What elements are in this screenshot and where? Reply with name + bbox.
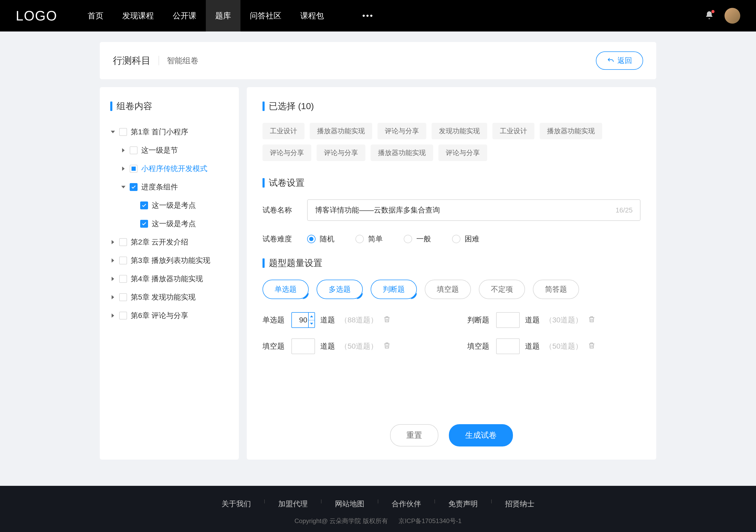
qty-label: 单选题 bbox=[262, 315, 286, 325]
selected-tag[interactable]: 工业设计 bbox=[493, 123, 534, 139]
caret-right-icon[interactable] bbox=[121, 166, 126, 171]
caret-right-icon[interactable] bbox=[121, 148, 126, 153]
tree-label: 第6章 评论与分享 bbox=[131, 311, 188, 320]
type-pill[interactable]: 简答题 bbox=[533, 280, 579, 299]
type-pill[interactable]: 不定项 bbox=[479, 280, 525, 299]
difficulty-option[interactable]: 一般 bbox=[404, 234, 431, 244]
selected-tag[interactable]: 评论与分享 bbox=[316, 144, 365, 161]
logo[interactable]: LOGO bbox=[16, 8, 57, 24]
nav-item[interactable]: 首页 bbox=[78, 0, 113, 32]
qty-input[interactable] bbox=[496, 339, 520, 354]
selected-tag[interactable]: 评论与分享 bbox=[377, 123, 426, 139]
icp-text: 京ICP备17051340号-1 bbox=[398, 517, 462, 525]
qty-input[interactable] bbox=[291, 339, 315, 354]
tree-node[interactable]: 这一级是考点 bbox=[131, 196, 229, 215]
tree-node[interactable]: 第3章 播放列表功能实现 bbox=[110, 251, 229, 270]
sidebar: 组卷内容 第1章 首门小程序这一级是节小程序传统开发模式进度条组件这一级是考点这… bbox=[100, 87, 239, 460]
delete-icon[interactable] bbox=[588, 315, 596, 325]
selected-tag[interactable]: 评论与分享 bbox=[438, 144, 487, 161]
qty-input[interactable]: 90 bbox=[291, 312, 315, 328]
nav-item[interactable]: 发现课程 bbox=[113, 0, 163, 32]
selected-tag[interactable]: 播放器功能实现 bbox=[371, 144, 433, 161]
tree-node[interactable]: 第1章 首门小程序 bbox=[110, 123, 229, 141]
selected-tag[interactable]: 发现功能实现 bbox=[432, 123, 487, 139]
selected-tag[interactable]: 播放器功能实现 bbox=[310, 123, 372, 139]
selected-tag[interactable]: 工业设计 bbox=[262, 123, 305, 139]
footer-link[interactable]: 关于我们 bbox=[208, 499, 264, 509]
generate-button[interactable]: 生成试卷 bbox=[449, 424, 513, 446]
checkbox[interactable] bbox=[119, 275, 127, 283]
footer-link[interactable]: 合作伙伴 bbox=[379, 499, 434, 509]
tree-node[interactable]: 进度条组件 bbox=[121, 178, 229, 196]
checkbox[interactable] bbox=[119, 128, 127, 136]
nav-item[interactable]: 公开课 bbox=[163, 0, 206, 32]
caret-right-icon[interactable] bbox=[110, 294, 116, 300]
tree-node[interactable]: 小程序传统开发模式 bbox=[121, 160, 229, 178]
qty-unit: 道题 bbox=[525, 341, 540, 351]
qty-label: 填空题 bbox=[467, 341, 491, 351]
nav-item[interactable]: 问答社区 bbox=[240, 0, 291, 32]
footer-link[interactable]: 免责声明 bbox=[435, 499, 491, 509]
caret-right-icon[interactable] bbox=[110, 313, 116, 318]
tree-children: 这一级是节小程序传统开发模式进度条组件这一级是考点这一级是考点 bbox=[110, 141, 229, 233]
type-pill[interactable]: 单选题 bbox=[262, 280, 309, 299]
caret-down-icon[interactable] bbox=[110, 129, 116, 135]
tree-node[interactable]: 第6章 评论与分享 bbox=[110, 306, 229, 325]
selected-tag[interactable]: 评论与分享 bbox=[262, 144, 311, 161]
type-pill[interactable]: 判断题 bbox=[371, 280, 417, 299]
avatar[interactable] bbox=[724, 8, 740, 24]
type-pill[interactable]: 填空题 bbox=[425, 280, 471, 299]
back-button[interactable]: 返回 bbox=[596, 51, 643, 70]
footer-copyright: Copyright@ 云朵商学院 版权所有 京ICP备17051340号-1 bbox=[0, 517, 756, 525]
selected-tag[interactable]: 播放器功能实现 bbox=[540, 123, 602, 139]
delete-icon[interactable] bbox=[383, 342, 391, 351]
nav-item[interactable]: 题库 bbox=[206, 0, 240, 32]
nav-item[interactable]: 课程包 bbox=[291, 0, 333, 32]
checkbox[interactable] bbox=[119, 312, 127, 319]
tree-node[interactable]: 第4章 播放器功能实现 bbox=[110, 270, 229, 288]
tree-node[interactable]: 第5章 发现功能实现 bbox=[110, 288, 229, 306]
checkbox[interactable] bbox=[130, 183, 138, 191]
checkbox[interactable] bbox=[119, 293, 127, 301]
undo-icon bbox=[607, 57, 614, 64]
reset-button[interactable]: 重置 bbox=[390, 424, 438, 446]
caret-down-icon[interactable] bbox=[121, 185, 126, 190]
checkbox[interactable] bbox=[119, 238, 127, 246]
paper-settings-title-text: 试卷设置 bbox=[269, 177, 305, 189]
tree-label: 小程序传统开发模式 bbox=[141, 164, 207, 174]
difficulty-option[interactable]: 简单 bbox=[355, 234, 383, 244]
difficulty-option[interactable]: 随机 bbox=[307, 234, 335, 244]
radio-icon bbox=[404, 235, 412, 243]
delete-icon[interactable] bbox=[588, 342, 596, 351]
nav-more-icon[interactable]: ••• bbox=[354, 11, 382, 20]
paper-name-label: 试卷名称 bbox=[262, 205, 297, 215]
tree-node[interactable]: 这一级是节 bbox=[121, 141, 229, 160]
caret-right-icon[interactable] bbox=[110, 276, 116, 282]
difficulty-option[interactable]: 困难 bbox=[452, 234, 479, 244]
caret-right-icon[interactable] bbox=[110, 258, 116, 263]
footer-link[interactable]: 招贤纳士 bbox=[492, 499, 548, 509]
checkbox[interactable] bbox=[119, 257, 127, 265]
paper-name-counter: 16/25 bbox=[615, 206, 633, 214]
checkbox[interactable] bbox=[140, 220, 148, 228]
tree-node[interactable]: 第2章 云开发介绍 bbox=[110, 233, 229, 251]
type-pills: 单选题多选题判断题填空题不定项简答题 bbox=[262, 280, 640, 299]
type-pill[interactable]: 多选题 bbox=[316, 280, 363, 299]
paper-name-input[interactable]: 博客详情功能——云数据库多集合查询 16/25 bbox=[307, 199, 640, 221]
tree-label: 第3章 播放列表功能实现 bbox=[131, 256, 210, 266]
checkbox[interactable] bbox=[140, 201, 148, 209]
tree-node[interactable]: 这一级是考点 bbox=[131, 215, 229, 233]
checkbox[interactable] bbox=[130, 165, 138, 173]
qty-input[interactable] bbox=[496, 312, 520, 328]
caret-right-icon[interactable] bbox=[110, 240, 116, 245]
checkbox[interactable] bbox=[130, 146, 138, 154]
section-bar-icon bbox=[110, 102, 112, 111]
stepper-icon[interactable] bbox=[308, 313, 314, 327]
page-header: 行测科目 智能组卷 返回 bbox=[100, 42, 656, 79]
tree-label: 第4章 播放器功能实现 bbox=[131, 274, 203, 284]
qty-hint: （30道题） bbox=[545, 315, 582, 325]
footer-link[interactable]: 加盟代理 bbox=[265, 499, 321, 509]
bell-icon[interactable] bbox=[705, 11, 714, 21]
footer-link[interactable]: 网站地图 bbox=[322, 499, 377, 509]
delete-icon[interactable] bbox=[383, 315, 391, 325]
